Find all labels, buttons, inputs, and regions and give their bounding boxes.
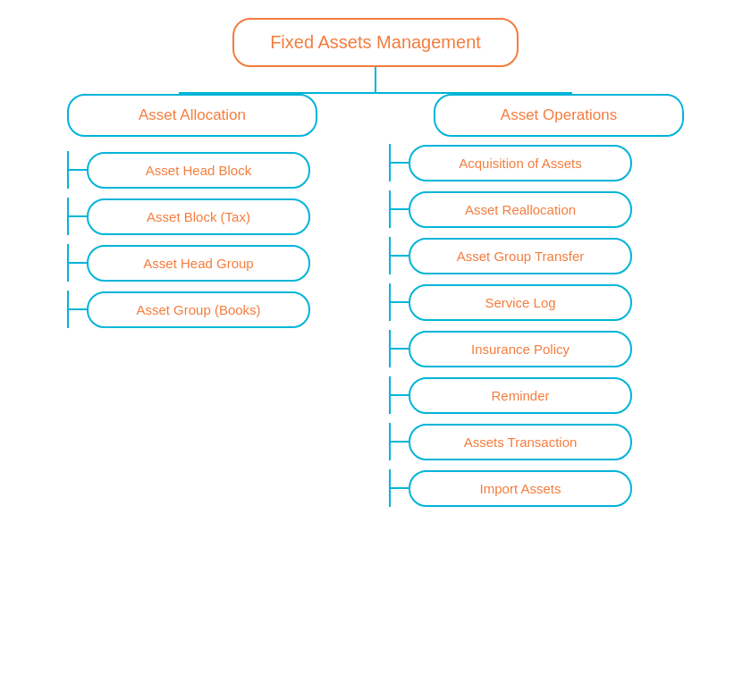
- asset-group-books-node: Asset Group (Books): [87, 291, 310, 328]
- service-log-node: Service Log: [409, 284, 632, 321]
- right-child-3-label: Service Log: [485, 295, 555, 310]
- root-label: Fixed Assets Management: [270, 32, 481, 52]
- asset-allocation-node: Asset Allocation: [67, 94, 317, 137]
- right-column: Asset Operations Acquisition of Assets: [389, 94, 729, 516]
- right-item-7: Assets Transaction: [389, 423, 729, 460]
- insurance-policy-node: Insurance Policy: [409, 331, 632, 367]
- right-child-7-label: Import Assets: [480, 481, 561, 496]
- right-title-label: Asset Operations: [501, 106, 617, 123]
- left-child-3-label: Asset Group (Books): [136, 302, 260, 317]
- left-item-1: Asset Head Block: [67, 151, 317, 189]
- left-item-4: Asset Group (Books): [67, 291, 317, 328]
- right-child-4-label: Insurance Policy: [471, 342, 570, 357]
- root-v-line: [375, 67, 376, 92]
- asset-block-tax-node: Asset Block (Tax): [87, 198, 310, 235]
- right-item-3: Asset Group Transfer: [389, 237, 729, 274]
- right-item-2: Asset Reallocation: [389, 190, 729, 228]
- asset-operations-node: Asset Operations: [434, 94, 684, 137]
- left-child-0-label: Asset Head Block: [146, 163, 251, 178]
- left-column: Asset Allocation Asset Head Block: [22, 94, 362, 337]
- right-child-5-label: Reminder: [491, 388, 549, 403]
- acquisition-assets-node: Acquisition of Assets: [409, 145, 632, 181]
- right-item-6: Reminder: [389, 376, 729, 414]
- columns-row: Asset Allocation Asset Head Block: [9, 94, 742, 516]
- right-item-1: Acquisition of Assets: [389, 144, 729, 181]
- right-item-4: Service Log: [389, 283, 729, 321]
- left-child-2-label: Asset Head Group: [143, 256, 253, 271]
- left-child-1-label: Asset Block (Tax): [147, 209, 250, 224]
- root-node: Fixed Assets Management: [232, 18, 519, 67]
- right-item-5: Insurance Policy: [389, 330, 729, 367]
- right-child-1-label: Asset Reallocation: [465, 202, 576, 217]
- right-item-8: Import Assets: [389, 469, 729, 507]
- right-bracket-container: Acquisition of Assets Asset Reallocation: [389, 144, 729, 516]
- left-title-label: Asset Allocation: [139, 106, 246, 123]
- reminder-node: Reminder: [409, 377, 632, 414]
- asset-head-group-node: Asset Head Group: [87, 245, 310, 282]
- right-child-2-label: Asset Group Transfer: [457, 249, 585, 264]
- asset-reallocation-node: Asset Reallocation: [409, 191, 632, 228]
- left-bracket-container: Asset Head Block Asset Block (Tax): [67, 144, 317, 337]
- assets-transaction-node: Assets Transaction: [409, 424, 632, 460]
- import-assets-node: Import Assets: [409, 470, 632, 507]
- right-child-0-label: Acquisition of Assets: [459, 156, 582, 171]
- left-item-3: Asset Head Group: [67, 244, 317, 282]
- left-item-2: Asset Block (Tax): [67, 198, 317, 235]
- right-child-6-label: Assets Transaction: [464, 434, 578, 450]
- org-chart: Fixed Assets Management Asset Allocation: [9, 18, 742, 516]
- asset-group-transfer-node: Asset Group Transfer: [409, 238, 632, 274]
- asset-head-block-node: Asset Head Block: [87, 152, 310, 189]
